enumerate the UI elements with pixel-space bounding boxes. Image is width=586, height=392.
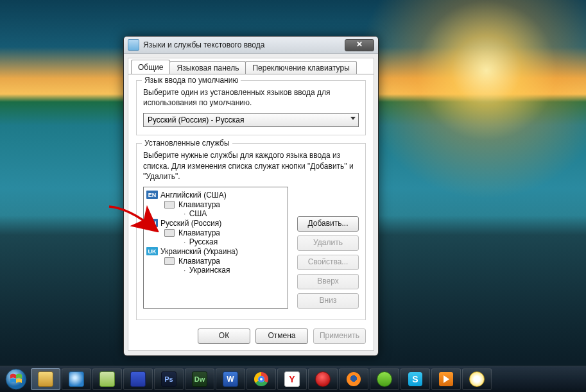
window-title: Языки и службы текстового ввода	[143, 40, 264, 49]
group-installed-services: Установленные службы Выберите нужные слу…	[136, 143, 366, 320]
tab-keyboard-switch[interactable]: Переключение клавиатуры	[245, 61, 356, 74]
group-default-legend: Язык ввода по умолчанию	[142, 76, 241, 85]
remove-button[interactable]: Удалить	[297, 235, 359, 251]
icq-icon	[377, 371, 392, 387]
group-default-desc: Выберите один из установленных языков вв…	[143, 87, 359, 108]
taskbar-word[interactable]: W	[216, 368, 245, 390]
taskbar-explorer[interactable]	[31, 368, 60, 390]
lang-badge-icon: EN	[146, 191, 158, 199]
chrome-icon	[254, 372, 268, 386]
group-default-language: Язык ввода по умолчанию Выберите один из…	[136, 80, 366, 135]
tree-layout-label: США	[184, 209, 207, 218]
tree-keyboard-node[interactable]: Клавиатура	[146, 257, 285, 266]
window-body: Общие Языковая панель Переключение клави…	[128, 58, 374, 351]
taskbar-dreamweaver[interactable]: Dw	[185, 368, 214, 390]
tree-layout-label: Украинская	[184, 266, 230, 275]
tree-lang-label: Русский (Россия)	[160, 219, 221, 228]
taskbar: PsDwWYS	[0, 366, 586, 392]
taskbar-save-floppy[interactable]	[123, 368, 153, 390]
ok-button[interactable]: ОК	[198, 328, 250, 344]
side-buttons: Добавить... Удалить Свойства... Вверх Вн…	[297, 216, 359, 309]
lang-badge-icon: UK	[146, 247, 158, 255]
language-tree[interactable]: ENАнглийский (США)Клавиатура СШАRUРусски…	[143, 187, 288, 309]
tree-lang-en[interactable]: ENАнглийский (США)	[146, 190, 285, 200]
tab-language-bar[interactable]: Языковая панель	[169, 61, 246, 74]
skype-icon: S	[408, 372, 422, 386]
taskbar-chrome[interactable]	[246, 368, 276, 390]
windows-logo-icon	[5, 368, 27, 390]
notepad-icon	[99, 371, 115, 387]
dialog-buttons: ОК Отмена Применить	[198, 328, 366, 344]
close-button[interactable]: ✕	[345, 39, 374, 51]
save-floppy-icon	[130, 371, 146, 387]
taskbar-skype[interactable]: S	[401, 368, 430, 390]
tab-content: Язык ввода по умолчанию Выберите один из…	[128, 74, 374, 350]
dialog-window: Языки и службы текстового ввода ✕ Общие …	[123, 36, 379, 356]
group-installed-legend: Установленные службы	[142, 139, 232, 148]
taskbar-notepad[interactable]	[92, 368, 122, 390]
tree-layout-node[interactable]: Русская	[146, 237, 285, 246]
explorer-icon	[38, 371, 53, 387]
default-language-combo[interactable]: Русский (Россия) - Русская	[143, 113, 359, 127]
add-button[interactable]: Добавить...	[297, 216, 359, 232]
qip-icon	[469, 371, 485, 387]
tree-keyboard-label: Клавиатура	[178, 200, 220, 209]
tree-layout-node[interactable]: Украинская	[146, 266, 285, 275]
tree-keyboard-label: Клавиатура	[178, 257, 220, 266]
window-icon	[128, 39, 139, 51]
taskbar-internet-explorer[interactable]	[62, 368, 91, 390]
media-player-icon	[439, 372, 453, 386]
move-down-button[interactable]: Вниз	[297, 293, 359, 309]
tree-keyboard-node[interactable]: Клавиатура	[146, 228, 285, 237]
properties-button[interactable]: Свойства...	[297, 255, 359, 270]
cancel-button[interactable]: Отмена	[255, 328, 308, 344]
tab-general[interactable]: Общие	[131, 60, 170, 74]
lang-badge-icon: RU	[146, 219, 158, 227]
taskbar-yandex[interactable]: Y	[277, 368, 307, 390]
tree-keyboard-label: Клавиатура	[178, 228, 220, 237]
taskbar-media-player[interactable]	[431, 368, 461, 390]
taskbar-icq[interactable]	[370, 368, 399, 390]
chevron-down-icon	[350, 117, 356, 120]
keyboard-icon	[164, 229, 175, 237]
apply-button[interactable]: Применить	[313, 328, 366, 344]
taskbar-opera[interactable]	[308, 368, 338, 390]
taskbar-photoshop[interactable]: Ps	[154, 368, 184, 390]
titlebar[interactable]: Языки и службы текстового ввода ✕	[124, 37, 378, 54]
dreamweaver-icon: Dw	[192, 371, 207, 387]
tab-strip: Общие Языковая панель Переключение клави…	[128, 58, 374, 74]
opera-icon	[315, 371, 331, 387]
word-icon: W	[223, 371, 238, 387]
firefox-icon	[347, 372, 361, 386]
tree-lang-ru[interactable]: RUРусский (Россия)	[146, 218, 285, 228]
internet-explorer-icon	[69, 371, 84, 387]
tree-layout-label: Русская	[184, 237, 218, 246]
keyboard-icon	[164, 201, 175, 209]
move-up-button[interactable]: Вверх	[297, 274, 359, 289]
tree-lang-uk[interactable]: UKУкраинский (Украина)	[146, 246, 285, 257]
tree-and-buttons: ENАнглийский (США)Клавиатура СШАRUРусски…	[143, 187, 359, 309]
tree-lang-label: Украинский (Украина)	[160, 247, 238, 256]
group-installed-desc: Выберите нужные службы для каждого языка…	[143, 150, 359, 182]
taskbar-qip[interactable]	[462, 368, 492, 390]
tree-keyboard-node[interactable]: Клавиатура	[146, 200, 285, 209]
tree-lang-label: Английский (США)	[160, 191, 227, 200]
yandex-icon: Y	[284, 371, 300, 387]
tree-layout-node[interactable]: США	[146, 209, 285, 218]
taskbar-firefox[interactable]	[339, 368, 368, 390]
start-button[interactable]	[3, 368, 30, 390]
desktop: Языки и службы текстового ввода ✕ Общие …	[0, 0, 586, 392]
combo-value: Русский (Россия) - Русская	[148, 115, 244, 124]
photoshop-icon: Ps	[161, 371, 177, 387]
keyboard-icon	[164, 257, 175, 265]
